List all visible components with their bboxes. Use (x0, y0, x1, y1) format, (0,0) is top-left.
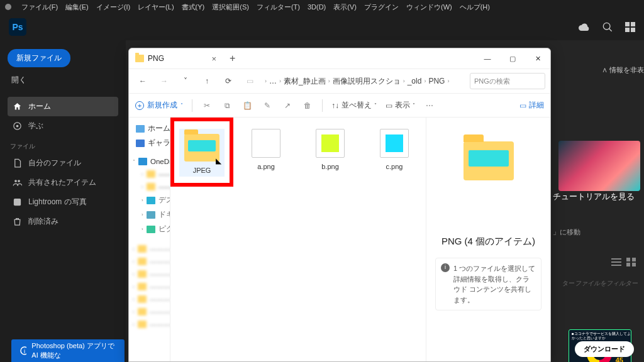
folder-icon (135, 55, 144, 62)
menu-item[interactable]: イメージ(I) (96, 3, 130, 12)
refresh-button[interactable]: ⟳ (219, 72, 237, 90)
sidebar-item-myfiles[interactable]: 自分のファイル (8, 153, 118, 173)
explorer-tree[interactable]: ホーム ギャラリー ˅OneDrive ›——— ›————— ›デスクトップ … (129, 118, 170, 361)
svg-point-6 (14, 180, 17, 182)
details-button[interactable]: ▭ 詳細 (519, 100, 544, 111)
sidebar-item-home[interactable]: ホーム (8, 97, 118, 116)
menu-item[interactable]: ヘルプ(H) (460, 3, 490, 12)
crumb[interactable]: … (269, 77, 277, 85)
breadcrumb[interactable]: › …› 素材_静止画› 画像説明用スクショ› _old› PNG› (262, 76, 466, 87)
new-tab-button[interactable]: + (223, 53, 242, 64)
menu-item[interactable]: フィルター(T) (257, 3, 300, 12)
menu-item[interactable]: 書式(Y) (182, 3, 205, 12)
share-icon[interactable]: ↗ (282, 101, 293, 110)
tutorial-link[interactable]: チュートリアルを見る (553, 191, 638, 202)
folder-item-jpeg[interactable]: JPEG ◣ (179, 129, 225, 177)
desktop-icon (147, 197, 155, 204)
list-icon[interactable] (611, 258, 621, 266)
cut-icon[interactable]: ✂ (201, 101, 213, 110)
svg-rect-3 (631, 28, 635, 32)
minimize-button[interactable]: — (475, 48, 500, 69)
search-input[interactable]: PNGの検索 (470, 73, 545, 89)
forward-button[interactable]: → (155, 72, 173, 90)
app-cc-icon (5, 4, 11, 10)
monitor-icon[interactable]: ▭ (241, 72, 258, 90)
tree-item[interactable]: ›——— (131, 305, 167, 318)
open-button[interactable]: 開く (11, 75, 118, 85)
people-icon (13, 178, 22, 187)
grid-icon[interactable] (626, 258, 636, 266)
filter-label-right: ファイルをフィルター (575, 279, 638, 288)
tab-close-icon[interactable]: × (211, 54, 216, 63)
menu-item[interactable]: ファイル(F) (21, 3, 58, 12)
item-label: JPEG (193, 167, 211, 174)
more-icon[interactable]: ⋯ (424, 101, 435, 110)
sidebar-item-deleted[interactable]: 削除済み (8, 212, 118, 231)
svg-point-5 (16, 125, 19, 128)
menu-item[interactable]: 表示(V) (333, 3, 357, 12)
tree-onedrive[interactable]: ˅OneDrive (131, 155, 167, 168)
file-grid[interactable]: JPEG ◣ a.png b.png c.png (170, 118, 426, 361)
back-button[interactable]: ← (134, 72, 152, 90)
menu-item[interactable]: 3D(D) (308, 3, 326, 11)
tree-documents[interactable]: ›ドキュメント (131, 207, 167, 222)
rename-icon[interactable]: ✎ (262, 101, 273, 110)
document-icon (147, 211, 155, 219)
new-button[interactable]: +新規作成 ˅ (135, 100, 183, 111)
search-icon[interactable] (602, 22, 613, 32)
tree-item[interactable]: ›——— (131, 168, 167, 180)
maximize-button[interactable]: ▢ (500, 48, 525, 69)
info-hide-toggle[interactable]: ∧ 情報を非表 (602, 65, 644, 75)
download-button[interactable]: ダウンロード (575, 341, 634, 357)
cloud-icon[interactable] (579, 23, 590, 31)
folder-preview-icon (464, 141, 514, 180)
tree-item[interactable]: ›——— (131, 293, 167, 305)
sidebar-label: 削除済み (28, 216, 58, 227)
paste-icon[interactable]: 📋 (242, 101, 253, 110)
sidebar-item-shared[interactable]: 共有されたアイテム (8, 173, 118, 192)
view-button[interactable]: ▭ 表示 ˅ (386, 100, 415, 111)
menu-item[interactable]: ウィンドウ(W) (406, 3, 452, 12)
beta-banner[interactable]: i Photoshop (beta) アプリで AI 機能な (11, 339, 125, 362)
copy-icon[interactable]: ⧉ (221, 101, 233, 110)
view-mode-icons[interactable] (611, 258, 636, 266)
tree-item[interactable]: ›———— (131, 268, 167, 280)
tree-pictures[interactable]: ›ピクチャ (131, 222, 167, 236)
tree-item[interactable]: ›———— (131, 243, 167, 255)
gift-icon[interactable] (625, 22, 635, 32)
tree-home[interactable]: ホーム (131, 121, 167, 136)
details-title: PNG (4 個のアイテム) (441, 236, 535, 248)
menu-item[interactable]: 編集(E) (65, 3, 89, 12)
details-hint: i 1 つのファイルを選択して詳細情報を取得し、クラウド コンテンツを共有します… (435, 258, 541, 310)
tree-item[interactable]: ›————— (131, 318, 167, 331)
up-button[interactable]: ˅ (177, 72, 194, 90)
crumb[interactable]: 素材_静止画 (284, 76, 326, 87)
crumb[interactable]: 画像説明用スクショ (333, 76, 401, 87)
menu-item[interactable]: 選択範囲(S) (212, 3, 249, 12)
crumb[interactable]: PNG (428, 77, 445, 85)
explorer-toolbar: +新規作成 ˅ ✂ ⧉ 📋 ✎ ↗ 🗑 ↑↓ 並べ替え ˅ ▭ 表示 ˅ ⋯ ▭… (129, 94, 550, 118)
sidebar-item-learn[interactable]: 学ぶ (8, 116, 118, 136)
menu-item[interactable]: プラグイン (364, 3, 399, 12)
new-file-button[interactable]: 新規ファイル (8, 49, 70, 67)
sort-button[interactable]: ↑↓ 並べ替え ˅ (331, 100, 377, 111)
ps-sidebar: 新規ファイル 開く ホーム 学ぶ ファイル 自分のファイル 共有されたアイテム … (0, 40, 126, 362)
parent-button[interactable]: ↑ (198, 72, 216, 90)
file-item-c[interactable]: c.png (372, 129, 417, 170)
svg-rect-11 (626, 263, 630, 266)
delete-icon[interactable]: 🗑 (302, 101, 313, 110)
close-button[interactable]: ✕ (525, 48, 550, 69)
sidebar-item-lightroom[interactable]: Lightroom の写真 (8, 192, 118, 212)
explorer-navbar: ← → ˅ ↑ ⟳ ▭ › …› 素材_静止画› 画像説明用スクショ› _old… (129, 69, 550, 94)
tree-gallery[interactable]: ギャラリー (131, 136, 167, 150)
folder-icon (184, 134, 219, 162)
menu-item[interactable]: レイヤー(L) (138, 3, 174, 12)
tree-item[interactable]: ›————— (131, 180, 167, 193)
tree-item[interactable]: ›——— (131, 255, 167, 268)
crumb[interactable]: _old (408, 77, 422, 85)
explorer-tab[interactable]: PNG × (129, 48, 223, 69)
file-item-a[interactable]: a.png (243, 129, 289, 170)
file-item-b[interactable]: b.png (308, 129, 353, 170)
tree-desktop[interactable]: ›デスクトップ (131, 193, 167, 207)
tree-item[interactable]: ›————— (131, 280, 167, 293)
